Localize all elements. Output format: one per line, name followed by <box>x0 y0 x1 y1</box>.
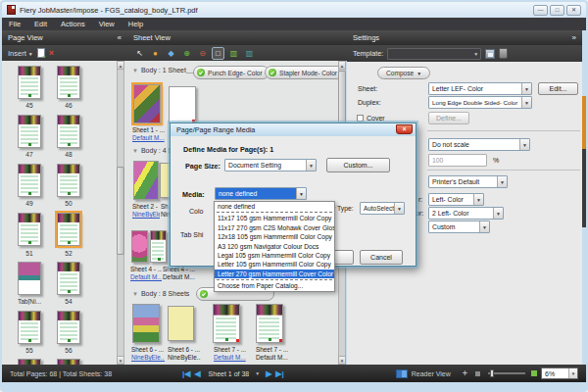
zoom-small-icon[interactable] <box>475 371 480 376</box>
page-thumbnail[interactable] <box>57 164 80 197</box>
scroll-down-icon[interactable]: ▼ <box>117 356 124 365</box>
scale-percent-input[interactable]: 100 <box>428 154 487 167</box>
insert-button[interactable]: Insert ▼ <box>8 49 33 58</box>
menu-view[interactable]: View <box>92 20 122 28</box>
reader-view-button[interactable]: Reader View <box>412 370 451 377</box>
sheet-thumbnail-selected[interactable] <box>133 84 161 123</box>
define-cover-button[interactable]: Define... <box>428 112 469 124</box>
sheet-thumbnail[interactable] <box>131 230 148 263</box>
minimize-button[interactable]: — <box>533 5 548 16</box>
menu-edit[interactable]: Edit <box>27 20 54 28</box>
page-thumbnail[interactable] <box>57 262 80 295</box>
media-option[interactable]: Letter 105 gsm Hammermill Color Copy <box>215 260 334 269</box>
menu-file[interactable]: File <box>2 20 27 28</box>
sheet-layout-icon[interactable]: □ <box>212 47 224 60</box>
sheet-thumbnail[interactable] <box>132 304 160 343</box>
sheet-media-link[interactable]: Default M... <box>132 134 166 142</box>
close-button[interactable]: ✕ <box>566 5 581 16</box>
delete-template-icon[interactable] <box>499 48 508 59</box>
pan-tool-icon[interactable]: ● <box>149 47 162 60</box>
cover-checkbox[interactable] <box>357 115 364 122</box>
media-option[interactable]: A3 120 gsm Navigator Colour Docs <box>215 242 334 251</box>
custom-page-size-button[interactable]: Custom... <box>326 158 390 172</box>
collapse-panel-icon[interactable]: » <box>572 33 576 42</box>
mask-tool-icon[interactable]: ◆ <box>165 47 177 60</box>
reader-spread-icon[interactable]: ▥ <box>243 47 256 60</box>
template-dropdown[interactable]: ▼ <box>387 48 481 60</box>
page-thumbnail[interactable] <box>57 311 80 344</box>
page-mode-icon[interactable]: ▥ <box>227 47 240 60</box>
collapse-panel-icon[interactable]: « <box>118 33 122 42</box>
prev-sheet-icon[interactable]: ◀ <box>194 369 200 378</box>
new-page-icon[interactable]: + <box>37 48 45 58</box>
scroll-up-icon[interactable]: ▲ <box>117 61 124 70</box>
page-thumbnail[interactable] <box>18 115 41 148</box>
sheet-thumbnail[interactable] <box>133 161 159 200</box>
stapler-dropdown[interactable]: Left- Color▼ <box>428 193 484 206</box>
save-template-icon[interactable] <box>485 49 495 59</box>
page-thumbnail-tab[interactable] <box>18 262 41 295</box>
paper-catalog-option[interactable]: Choose from Paper Catalog... <box>215 281 334 290</box>
section-body-8-sheets[interactable]: ▼Body : 8 Sheets <box>132 290 189 297</box>
sheet-view-scroll-thumb[interactable] <box>338 71 346 124</box>
page-thumbnail-selected[interactable] <box>57 213 80 246</box>
scroll-up-icon[interactable]: ▲ <box>338 61 346 70</box>
media-option[interactable]: 11x17 270 gsm C2S Mohawk Cover Gloss <box>215 223 334 232</box>
media-type-dropdown[interactable]: AutoSelect▼ <box>360 202 405 215</box>
page-thumbnail[interactable] <box>57 66 80 99</box>
media-option[interactable]: 11x17 105 gsm Hammermill Color Copy <box>215 214 334 222</box>
select-tool-icon[interactable]: ↖ <box>133 47 146 60</box>
page-thumbnail[interactable] <box>18 66 41 99</box>
media-option[interactable]: none defined <box>215 202 334 211</box>
last-sheet-icon[interactable]: ▶| <box>275 369 283 378</box>
sheet-media-link[interactable]: NineByEle... <box>131 354 165 362</box>
maximize-button[interactable]: □ <box>550 5 564 16</box>
scale-dropdown[interactable]: Do not scale▼ <box>428 138 530 151</box>
menu-help[interactable]: Help <box>122 20 150 28</box>
section-body-1-sheet[interactable]: ▼Body : 1 Sheet <box>132 67 186 74</box>
media-dropdown[interactable]: none defined▼ <box>215 187 307 200</box>
page-size-dropdown[interactable]: Document Setting▼ <box>224 159 317 172</box>
fit-view-icon[interactable]: + <box>463 368 467 378</box>
media-option[interactable]: Legal 105 gsm Hammermill Color Copy <box>215 251 334 260</box>
zoom-out-icon[interactable]: ⊖ <box>196 47 209 60</box>
sheet-thumbnail[interactable] <box>256 304 283 343</box>
compose-menu-button[interactable]: Compose▼ <box>377 67 430 79</box>
first-sheet-icon[interactable]: |◀ <box>182 369 190 378</box>
dialog-title-bar[interactable]: Page/Page Range Media × <box>171 123 416 136</box>
title-bar[interactable]: Fiery JobMaster/Impose - FGS_catalog_bod… <box>2 2 586 18</box>
media-option[interactable]: 12x18 105 gsm Hammermill Color Copy <box>215 232 334 241</box>
page-thumbnail[interactable] <box>18 164 41 197</box>
punch-edge-badge[interactable]: Punch Edge- Color <box>193 66 270 79</box>
next-sheet-icon[interactable]: ▶ <box>266 369 271 378</box>
sheet-media-link[interactable]: NineByEle... <box>132 211 160 219</box>
page-thumbnail[interactable] <box>18 213 41 246</box>
stapler-mode-badge[interactable]: Stapler Mode- Color <box>265 66 338 79</box>
sheet-thumbnail[interactable] <box>168 306 194 341</box>
cancel-button[interactable]: Cancel <box>360 250 403 265</box>
delete-page-icon[interactable]: × <box>49 48 54 58</box>
printers-default-dropdown[interactable]: Printer's Default▼ <box>428 175 508 188</box>
scroll-down-icon[interactable]: ▼ <box>338 356 346 365</box>
sheet-media-link[interactable]: Default M... <box>214 354 247 362</box>
dialog-close-button[interactable]: × <box>396 124 413 134</box>
menu-actions[interactable]: Actions <box>54 20 92 28</box>
page-view-scroll-thumb[interactable] <box>117 167 124 255</box>
sheet-thumbnail[interactable] <box>169 86 196 123</box>
zoom-level-select[interactable]: 6%▼ <box>541 368 578 379</box>
zoom-in-icon[interactable]: ⊕ <box>180 47 193 60</box>
sheet-dropdown[interactable]: Letter LEF- Color▼ <box>428 82 532 95</box>
punch-dropdown[interactable]: 2 Left- Color▼ <box>428 207 504 220</box>
page-thumbnail[interactable] <box>57 115 80 148</box>
sheet-nav-dropdown-icon[interactable]: ▼ <box>255 370 260 376</box>
sheet-thumbnail[interactable] <box>213 304 240 343</box>
custom-dropdown[interactable]: Custom▼ <box>428 220 490 233</box>
zoom-large-icon[interactable] <box>531 370 537 376</box>
page-thumbnail[interactable] <box>18 311 41 344</box>
edit-sheet-button[interactable]: Edit... <box>538 82 578 95</box>
media-option-selected[interactable]: Letter 270 gsm Hammermill Cover Color Co… <box>215 270 334 278</box>
sheet-media-link[interactable]: Default M... <box>130 273 162 281</box>
zoom-slider[interactable] <box>488 372 525 374</box>
sheet-thumbnail[interactable] <box>150 230 167 263</box>
duplex-dropdown[interactable]: Long Edge Double Sided- Color▼ <box>428 96 532 109</box>
